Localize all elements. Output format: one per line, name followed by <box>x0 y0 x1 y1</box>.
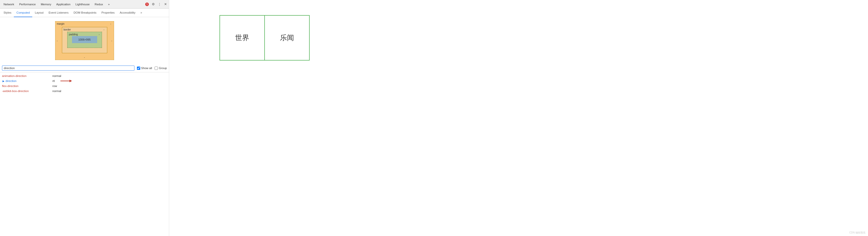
show-all-label: Show all <box>141 67 152 70</box>
padding-top-value: - <box>99 33 99 36</box>
chinese-box-world: 世界 <box>219 15 265 60</box>
prop-name-flex-direction: flex-direction <box>2 84 52 87</box>
prop-value-webkit-box-direction: normal <box>52 89 167 93</box>
tab-properties[interactable]: Properties <box>99 8 117 17</box>
group-checkbox[interactable] <box>155 67 158 70</box>
prop-value-direction: rtl <box>52 79 167 83</box>
filter-input[interactable] <box>2 65 134 71</box>
table-row: -webkit-box-direction normal <box>0 88 169 94</box>
tab-layout[interactable]: Layout <box>32 8 46 17</box>
box-model-area: margin - - - - border - padding - 1006×9… <box>0 17 169 64</box>
svg-marker-1 <box>69 80 72 82</box>
tab-lighthouse[interactable]: Lighthouse <box>73 0 92 8</box>
margin-box: margin - - - - border - padding - 1006×9… <box>55 21 114 60</box>
margin-left-value: - <box>57 39 58 42</box>
border-box: border - padding - 1006×995 <box>62 27 107 53</box>
tab-memory[interactable]: Memory <box>38 0 54 8</box>
margin-top-value: - <box>110 22 111 25</box>
more-options-button[interactable]: ⋮ <box>157 2 162 7</box>
tab-more[interactable]: » <box>105 0 112 8</box>
table-row: animation-direction normal <box>0 73 169 78</box>
tab-event-listeners[interactable]: Event Listeners <box>46 8 71 17</box>
direction-arrow-icon <box>60 79 72 83</box>
border-top-value: - <box>103 28 104 31</box>
table-row: flex-direction row <box>0 83 169 88</box>
tab-styles[interactable]: Styles <box>1 8 14 17</box>
tab-more2[interactable]: » <box>138 8 145 17</box>
box-model: margin - - - - border - padding - 1006×9… <box>55 21 114 60</box>
tab-performance[interactable]: Performance <box>17 0 38 8</box>
tab-redux[interactable]: Redux <box>92 0 105 8</box>
tab-dom-breakpoints[interactable]: DOM Breakpoints <box>71 8 99 17</box>
tab-computed[interactable]: Computed <box>14 8 32 17</box>
watermark: CDN 编辑预览 <box>849 231 866 235</box>
margin-label: margin <box>57 22 65 25</box>
prop-name-animation-direction: animation-direction <box>2 74 52 77</box>
sub-nav: Styles Computed Layout Event Listeners D… <box>0 8 169 17</box>
margin-bottom-value: - <box>84 56 85 59</box>
viewport-area: 世界 乐闻 CDN 编辑预览 <box>169 0 868 236</box>
filter-area: Show all Group <box>0 64 169 72</box>
chinese-box-news-text: 乐闻 <box>280 33 294 43</box>
chinese-boxes: 世界 乐闻 <box>219 15 310 60</box>
close-button[interactable]: ✕ <box>163 2 168 7</box>
show-all-group: Show all <box>137 67 152 70</box>
prop-value-animation-direction: normal <box>52 74 167 77</box>
content-size: 1006×995 <box>78 38 91 41</box>
tab-accessibility[interactable]: Accessibility <box>117 8 138 17</box>
prop-name-direction[interactable]: ▶ direction <box>2 79 52 82</box>
margin-right-value: - <box>111 39 112 42</box>
top-nav-icons: 1 ⚙ ⋮ ✕ <box>144 2 168 7</box>
prop-name-webkit-box-direction: -webkit-box-direction <box>2 89 52 93</box>
group-label: Group <box>159 67 167 70</box>
settings-button[interactable]: ⚙ <box>151 2 156 7</box>
chinese-box-news: 乐闻 <box>264 15 310 60</box>
chinese-box-world-text: 世界 <box>235 33 249 43</box>
tab-network[interactable]: Network <box>1 0 17 8</box>
border-label: border <box>64 28 71 31</box>
table-row: ▶ direction rtl <box>0 78 169 83</box>
group-group: Group <box>155 67 167 70</box>
error-dot: 1 <box>145 2 149 6</box>
show-all-checkbox[interactable] <box>137 67 140 70</box>
padding-box: padding - 1006×995 <box>67 32 102 48</box>
content-box: 1006×995 <box>72 36 97 43</box>
top-nav: Network Performance Memory Application L… <box>0 0 169 8</box>
expand-arrow-icon[interactable]: ▶ <box>2 79 5 82</box>
error-badge[interactable]: 1 <box>144 2 150 6</box>
tab-application[interactable]: Application <box>54 0 73 8</box>
properties-list: animation-direction normal ▶ direction r… <box>0 72 169 236</box>
devtools-panel: Network Performance Memory Application L… <box>0 0 169 236</box>
padding-label: padding <box>69 33 78 36</box>
prop-value-flex-direction: row <box>52 84 167 87</box>
